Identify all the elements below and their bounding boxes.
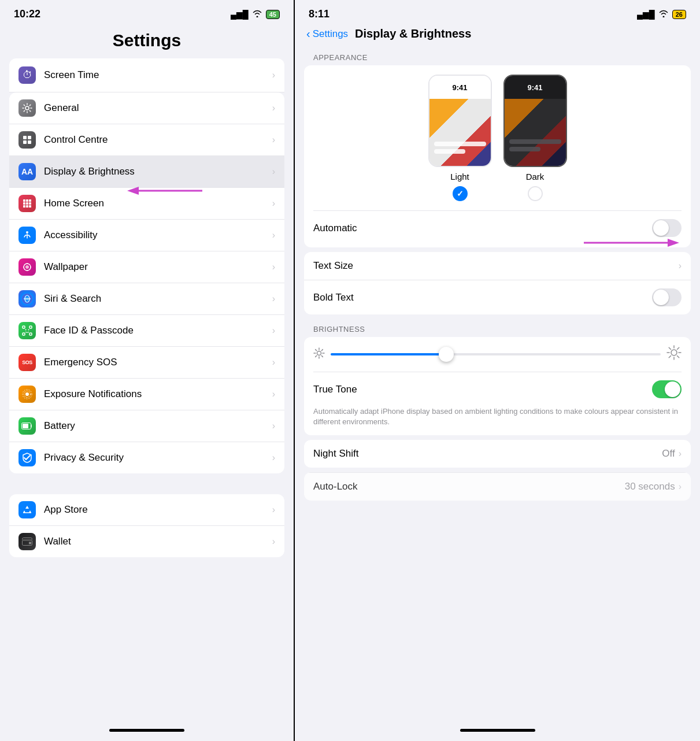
privacy-label: Privacy & Security bbox=[44, 452, 124, 464]
svg-point-19 bbox=[27, 263, 28, 264]
brightness-section-label: BRIGHTNESS bbox=[304, 319, 691, 337]
screen-time-row[interactable]: ⏱ Screen Time › bbox=[9, 58, 284, 92]
svg-rect-37 bbox=[22, 539, 32, 541]
sos-chevron: › bbox=[272, 357, 275, 368]
status-icons-right: ▄▆█ 26 bbox=[637, 9, 686, 19]
brightness-slider-row bbox=[313, 345, 682, 364]
homescreen-chevron: › bbox=[272, 198, 275, 209]
light-option[interactable]: 9:41 Light ✓ bbox=[428, 75, 492, 201]
settings-item-wallpaper[interactable]: Wallpaper › bbox=[9, 251, 284, 283]
wallet-icon bbox=[18, 533, 36, 550]
brightness-fill bbox=[331, 353, 446, 355]
display-chevron: › bbox=[272, 166, 275, 177]
home-bar-left bbox=[109, 729, 184, 732]
siri-label: Siri & Search bbox=[44, 293, 101, 305]
bold-text-toggle[interactable] bbox=[652, 288, 682, 306]
status-bar-left: 10:22 ▄▆█ 45 bbox=[0, 0, 294, 25]
wallpaper-chevron: › bbox=[272, 262, 275, 272]
wallet-chevron: › bbox=[272, 536, 275, 547]
svg-point-18 bbox=[30, 266, 31, 268]
true-tone-thumb bbox=[665, 381, 680, 397]
svg-rect-5 bbox=[23, 199, 25, 202]
screen-time-chevron: › bbox=[272, 70, 275, 80]
dark-radio[interactable] bbox=[528, 186, 543, 201]
battery-left: 45 bbox=[266, 10, 280, 19]
dark-preview: 9:41 bbox=[503, 75, 567, 167]
settings-item-privacy[interactable]: Privacy & Security › bbox=[9, 442, 284, 473]
svg-rect-13 bbox=[29, 205, 31, 208]
svg-line-54 bbox=[669, 347, 671, 349]
svg-point-0 bbox=[25, 106, 29, 110]
svg-line-56 bbox=[669, 355, 671, 357]
svg-line-46 bbox=[321, 355, 323, 357]
settings-item-siri[interactable]: Siri & Search › bbox=[9, 283, 284, 315]
svg-rect-4 bbox=[28, 140, 31, 144]
battery-icon bbox=[18, 417, 36, 435]
night-shift-row[interactable]: Night Shift Off › bbox=[304, 440, 691, 468]
settings-item-faceid[interactable]: Face ID & Passcode › bbox=[9, 315, 284, 347]
svg-line-48 bbox=[321, 350, 323, 351]
svg-line-57 bbox=[677, 347, 679, 349]
night-shift-label: Night Shift bbox=[313, 448, 358, 460]
night-shift-section: Night Shift Off › bbox=[304, 440, 691, 468]
home-bar-right bbox=[460, 729, 535, 732]
true-tone-toggle[interactable] bbox=[652, 380, 682, 398]
dark-option[interactable]: 9:41 Dark bbox=[503, 75, 567, 201]
homescreen-icon bbox=[18, 195, 36, 212]
night-shift-value: Off bbox=[662, 448, 675, 460]
automatic-row: Automatic bbox=[313, 210, 682, 238]
wallpaper-label: Wallpaper bbox=[44, 261, 88, 273]
text-size-row[interactable]: Text Size › bbox=[304, 252, 691, 280]
brightness-slider[interactable] bbox=[331, 353, 661, 355]
brightness-high-icon bbox=[666, 345, 682, 364]
settings-item-battery[interactable]: Battery › bbox=[9, 410, 284, 442]
true-tone-row: True Tone bbox=[313, 372, 682, 404]
control-label: Control Centre bbox=[44, 134, 108, 146]
wifi-icon-right bbox=[658, 9, 669, 19]
settings-item-accessibility[interactable]: Accessibility › bbox=[9, 220, 284, 251]
dark-label: Dark bbox=[526, 172, 545, 181]
svg-line-47 bbox=[316, 355, 317, 357]
homescreen-label: Home Screen bbox=[44, 198, 104, 209]
settings-item-homescreen[interactable]: Home Screen › bbox=[9, 188, 284, 220]
settings-item-display[interactable]: AA Display & Brightness › bbox=[9, 156, 284, 188]
svg-line-45 bbox=[316, 350, 317, 351]
settings-item-exposure[interactable]: Exposure Notifications › bbox=[9, 379, 284, 410]
settings-item-appstore[interactable]: App Store › bbox=[9, 494, 284, 526]
auto-lock-section: Auto-Lock 30 seconds › bbox=[304, 472, 691, 501]
true-tone-label: True Tone bbox=[313, 384, 357, 395]
automatic-toggle[interactable] bbox=[652, 219, 682, 237]
accessibility-icon bbox=[18, 227, 36, 244]
wallpaper-icon bbox=[18, 258, 36, 276]
status-icons-left: ▄▆█ 45 bbox=[231, 9, 280, 19]
slider-thumb[interactable] bbox=[439, 347, 454, 362]
light-label: Light bbox=[450, 172, 469, 181]
appearance-options: 9:41 Light ✓ bbox=[313, 75, 682, 201]
time-left: 10:22 bbox=[14, 8, 40, 20]
auto-lock-label: Auto-Lock bbox=[313, 481, 358, 492]
light-radio[interactable]: ✓ bbox=[453, 186, 468, 201]
settings-item-wallet[interactable]: Wallet › bbox=[9, 526, 284, 557]
auto-lock-chevron: › bbox=[679, 481, 682, 492]
svg-rect-38 bbox=[29, 542, 31, 544]
settings-item-control[interactable]: Control Centre › bbox=[9, 124, 284, 156]
toggle-thumb bbox=[653, 220, 669, 236]
settings-list: General › Control Centre › bbox=[9, 92, 284, 473]
svg-rect-27 bbox=[29, 333, 32, 335]
settings-item-general[interactable]: General › bbox=[9, 92, 284, 124]
status-bar-right: 8:11 ▄▆█ 26 bbox=[295, 0, 700, 25]
back-button[interactable]: ‹ Settings bbox=[306, 27, 348, 40]
check-icon: ✓ bbox=[457, 189, 464, 198]
right-panel: 8:11 ▄▆█ 26 ‹ Settings Display & Brightn… bbox=[295, 0, 700, 741]
battery-chevron: › bbox=[272, 421, 275, 431]
auto-lock-row[interactable]: Auto-Lock 30 seconds › bbox=[304, 472, 691, 501]
settings-item-sos[interactable]: SOS Emergency SOS › bbox=[9, 347, 284, 379]
appstore-icon bbox=[18, 501, 36, 518]
svg-rect-36 bbox=[23, 538, 32, 546]
appstore-label: App Store bbox=[44, 504, 88, 516]
brightness-low-icon bbox=[313, 347, 325, 361]
auto-lock-value: 30 seconds bbox=[625, 481, 675, 492]
svg-rect-24 bbox=[23, 326, 25, 328]
privacy-chevron: › bbox=[272, 453, 275, 463]
svg-rect-10 bbox=[29, 202, 31, 205]
